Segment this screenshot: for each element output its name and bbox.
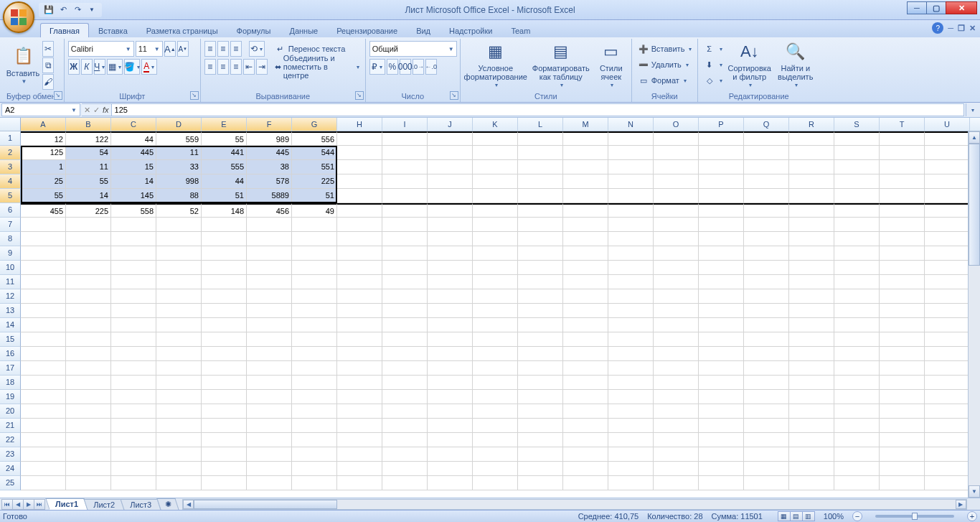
cell[interactable] (744, 390, 789, 404)
cell[interactable] (563, 404, 608, 419)
cell[interactable] (202, 347, 247, 361)
row-header[interactable]: 5 (0, 189, 21, 203)
cell[interactable]: 44 (111, 131, 156, 146)
cell[interactable] (744, 419, 789, 433)
cell[interactable] (699, 174, 744, 189)
cell[interactable] (925, 376, 970, 390)
cell[interactable] (428, 376, 473, 390)
zoom-knob[interactable] (912, 513, 918, 520)
cell[interactable] (925, 476, 970, 490)
cell[interactable] (654, 203, 699, 218)
row-header[interactable]: 22 (0, 433, 21, 447)
cell-styles-button[interactable]: ▭ Стили ячеек▾ (595, 41, 628, 88)
cell[interactable] (699, 447, 744, 462)
cell[interactable] (608, 275, 654, 289)
cell[interactable] (563, 347, 608, 361)
number-dialog-launcher[interactable]: ↘ (450, 91, 458, 100)
cell[interactable] (337, 232, 382, 246)
cell[interactable] (247, 361, 292, 376)
minimize-button[interactable]: ─ (907, 1, 927, 14)
cell[interactable] (563, 232, 608, 246)
cell[interactable] (337, 203, 382, 218)
cell[interactable] (654, 261, 699, 275)
accounting-format-button[interactable]: ₽▾ (369, 59, 385, 75)
cell[interactable] (292, 332, 337, 347)
cell[interactable] (518, 146, 563, 160)
cell[interactable] (292, 390, 337, 404)
cell[interactable] (111, 218, 156, 232)
col-header-G[interactable]: G (292, 118, 337, 131)
cell[interactable] (608, 347, 654, 361)
cell[interactable] (66, 361, 111, 376)
font-name-combo[interactable]: Calibri▼ (68, 41, 134, 57)
cell[interactable] (880, 404, 925, 419)
cell[interactable] (518, 218, 563, 232)
cell[interactable] (337, 404, 382, 419)
cell[interactable] (382, 218, 428, 232)
cell[interactable] (111, 476, 156, 490)
cell[interactable]: 88 (156, 189, 202, 203)
cell[interactable] (834, 232, 880, 246)
cell[interactable] (21, 347, 66, 361)
cell[interactable]: 14 (111, 174, 156, 189)
cell[interactable] (473, 376, 518, 390)
cell[interactable] (337, 376, 382, 390)
cell[interactable] (111, 361, 156, 376)
cell[interactable] (337, 318, 382, 332)
cell[interactable] (292, 462, 337, 476)
cell[interactable] (337, 390, 382, 404)
cell[interactable] (473, 203, 518, 218)
tab-home[interactable]: Главная (40, 23, 89, 37)
cell[interactable] (337, 462, 382, 476)
cell[interactable] (337, 289, 382, 304)
cell[interactable] (744, 246, 789, 261)
cell[interactable] (654, 332, 699, 347)
insert-cells-button[interactable]: ➕ Вставить▾ (636, 41, 694, 57)
cell[interactable] (880, 347, 925, 361)
cell[interactable]: 145 (111, 189, 156, 203)
row-header[interactable]: 19 (0, 390, 21, 404)
row-header[interactable]: 8 (0, 232, 21, 246)
cell[interactable] (473, 419, 518, 433)
cell[interactable] (789, 275, 834, 289)
sheet-nav-next[interactable]: ▶ (23, 499, 34, 510)
cell[interactable] (247, 289, 292, 304)
cell[interactable] (834, 218, 880, 232)
tab-addins[interactable]: Надстройки (440, 23, 501, 37)
cell[interactable] (563, 261, 608, 275)
cell[interactable] (111, 462, 156, 476)
increase-indent-button[interactable]: ⇥ (256, 59, 268, 75)
cell[interactable] (382, 447, 428, 462)
cell[interactable] (247, 218, 292, 232)
cell[interactable] (744, 218, 789, 232)
cell[interactable] (202, 246, 247, 261)
cell[interactable] (428, 275, 473, 289)
hscroll-thumb[interactable] (194, 500, 337, 509)
cell[interactable]: 14 (66, 189, 111, 203)
enter-icon[interactable]: ✓ (93, 106, 100, 115)
cell[interactable] (247, 390, 292, 404)
cell[interactable]: 455 (21, 203, 66, 218)
col-header-K[interactable]: K (473, 118, 518, 131)
cell[interactable] (654, 246, 699, 261)
cell[interactable] (880, 462, 925, 476)
cell[interactable] (473, 146, 518, 160)
cell[interactable] (654, 419, 699, 433)
cell[interactable] (834, 462, 880, 476)
cell[interactable] (382, 275, 428, 289)
cell[interactable]: 445 (247, 146, 292, 160)
cell[interactable] (789, 447, 834, 462)
italic-button[interactable]: К (81, 59, 93, 75)
cell[interactable] (156, 246, 202, 261)
cell[interactable] (608, 332, 654, 347)
page-layout-view-button[interactable]: ▤ (790, 511, 803, 521)
cell[interactable] (880, 332, 925, 347)
cell[interactable] (744, 476, 789, 490)
cell[interactable] (337, 246, 382, 261)
cell[interactable] (744, 433, 789, 447)
col-header-P[interactable]: P (699, 118, 744, 131)
new-sheet-button[interactable]: ✺ (157, 498, 179, 510)
cell[interactable]: 544 (292, 146, 337, 160)
cell[interactable] (880, 390, 925, 404)
cell[interactable] (247, 404, 292, 419)
